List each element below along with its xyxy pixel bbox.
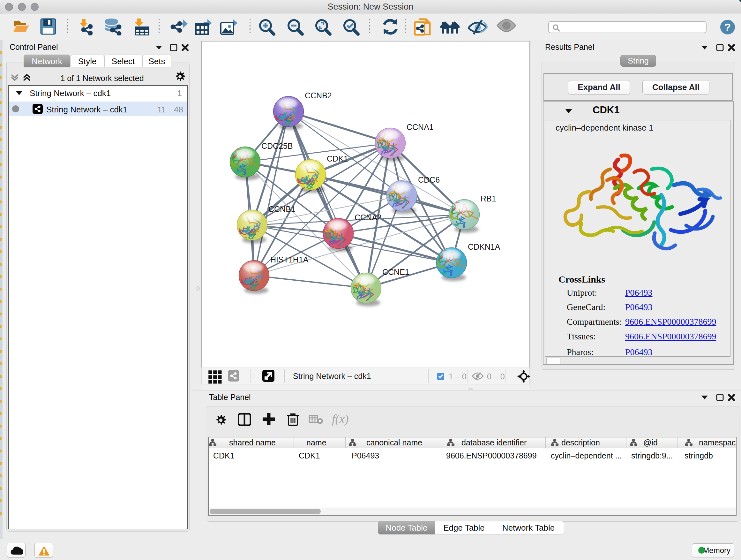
svg-text:name: name xyxy=(307,438,327,447)
svg-text:namespac: namespac xyxy=(699,438,736,447)
svg-text:CCNB2: CCNB2 xyxy=(305,91,332,100)
svg-text:CDK1: CDK1 xyxy=(327,154,348,163)
svg-text:database identifier: database identifier xyxy=(461,438,527,447)
svg-text:description: description xyxy=(561,438,600,447)
svg-text:CCNE1: CCNE1 xyxy=(382,267,409,276)
svg-text:canonical name: canonical name xyxy=(366,438,422,447)
svg-text:CCNA1: CCNA1 xyxy=(407,123,434,132)
svg-text:CCNB1: CCNB1 xyxy=(268,205,295,213)
svg-text:shared name: shared name xyxy=(229,438,276,447)
svg-text:CDC25B: CDC25B xyxy=(261,141,293,150)
svg-text:CDC6: CDC6 xyxy=(418,175,440,184)
svg-text:HIST1H1A: HIST1H1A xyxy=(270,255,309,264)
svg-text:CDKN1A: CDKN1A xyxy=(468,242,500,251)
svg-text:CCNA2: CCNA2 xyxy=(354,213,382,222)
svg-text:@id: @id xyxy=(643,438,658,447)
svg-text:RB1: RB1 xyxy=(481,194,496,203)
